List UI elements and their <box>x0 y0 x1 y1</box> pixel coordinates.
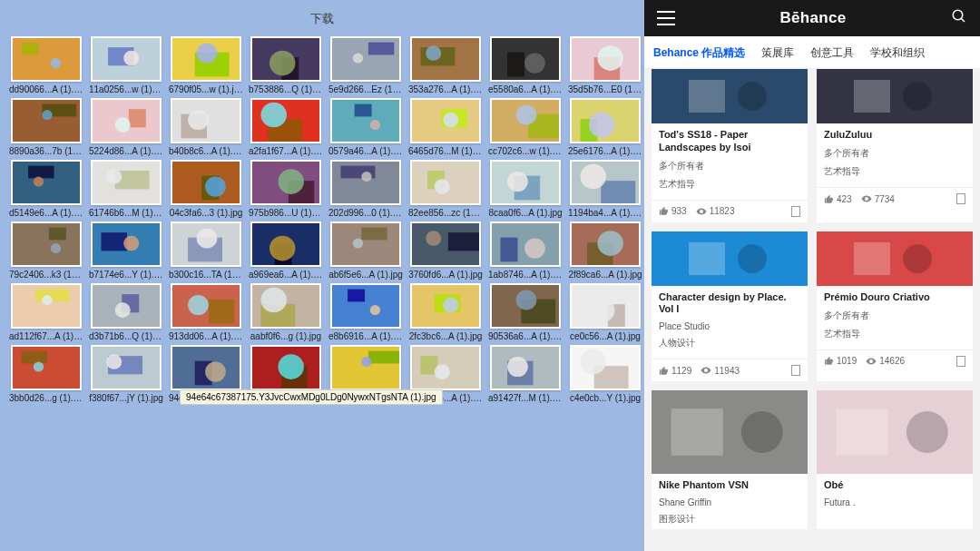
file-item[interactable]: 25e6176...A (1).jpg <box>568 98 642 156</box>
file-item[interactable]: c4e0cb...Y (1).jpg <box>568 345 642 403</box>
file-thumbnail <box>171 160 241 205</box>
bookmark-icon[interactable] <box>956 356 965 367</box>
svg-rect-49 <box>28 166 54 179</box>
project-card[interactable]: Nike Phantom VSNShane Griffin图形设计 <box>652 390 808 529</box>
card-author: 多个所有者 <box>659 160 800 172</box>
file-item[interactable]: e8b6916...A (1).jpg <box>328 283 403 341</box>
file-item[interactable]: 2f89ca6...A (1).jpg <box>568 221 642 280</box>
svg-point-134 <box>361 357 371 367</box>
nav-tab[interactable]: 学校和组织 <box>870 45 925 61</box>
file-item[interactable]: b753886...Q (1).jpg <box>249 36 323 94</box>
file-thumbnail <box>490 36 561 82</box>
svg-point-11 <box>270 51 295 76</box>
behance-feed[interactable]: Tod's SS18 - Paper Landscapes by Isoi多个所… <box>644 69 980 551</box>
svg-point-8 <box>197 44 218 64</box>
file-thumbnail <box>250 345 321 390</box>
file-name: 90536a6...A (1).jpg <box>488 331 563 341</box>
file-thumbnail <box>490 160 561 205</box>
svg-point-95 <box>597 231 622 256</box>
file-item[interactable]: 90536a6...A (1).jpg <box>488 283 563 341</box>
file-name: b753886...Q (1).jpg <box>249 84 323 94</box>
svg-point-151 <box>903 82 932 111</box>
file-name: 975b986...U (1).jpg <box>249 208 323 218</box>
file-item[interactable]: 8caa0f6...A (1).jpg <box>488 160 563 218</box>
card-author: 多个所有者 <box>824 147 965 160</box>
file-item[interactable]: 3bb0d26...g (1).jpg <box>9 345 83 403</box>
bookmark-icon[interactable] <box>791 206 800 217</box>
svg-point-128 <box>205 362 226 382</box>
file-item[interactable]: b300c16...TA (1).jpg <box>169 221 243 280</box>
file-name: 04c3fa6...3 (1).jpg <box>170 208 243 218</box>
search-icon[interactable] <box>951 8 967 28</box>
views-stat: 11943 <box>701 365 740 376</box>
file-item[interactable]: b40b8c6...A (1).jpg <box>169 98 243 156</box>
nav-tab[interactable]: 策展库 <box>761 45 794 61</box>
file-thumbnail <box>490 98 561 143</box>
file-item[interactable]: 913dd06...A (1).jpg <box>169 283 243 341</box>
file-item[interactable]: ab6f5e6...A (1).jpg <box>328 221 403 280</box>
file-item[interactable]: 35d5b76...E0 (1).jpg <box>568 36 642 94</box>
file-item[interactable]: 0579a46...A (1).jpg <box>328 98 403 156</box>
menu-icon[interactable] <box>657 11 675 25</box>
file-item[interactable]: b7174e6...Y (1).jpg <box>89 221 163 280</box>
file-item[interactable]: ad112f67...A (1).jpg <box>9 283 83 341</box>
file-thumbnail <box>330 221 401 267</box>
nav-tab[interactable]: Behance 作品精选 <box>653 45 745 61</box>
svg-point-20 <box>524 54 545 74</box>
svg-point-35 <box>260 103 286 128</box>
svg-rect-70 <box>601 181 635 203</box>
file-item[interactable]: aabf0f6...g (1).jpg <box>249 283 323 341</box>
file-item[interactable]: a969ea6...A (1).jpg <box>249 221 323 280</box>
file-item[interactable]: a91427f...M (1).jpg <box>488 345 563 403</box>
bookmark-icon[interactable] <box>956 193 965 204</box>
file-item[interactable]: 3760fd6...A (1).jpg <box>408 221 483 280</box>
file-item[interactable]: d5149e6...A (1).jpg <box>9 160 83 218</box>
file-item[interactable]: 1ab8746...A (1).jpg <box>488 221 563 280</box>
file-name: b300c16...TA (1).jpg <box>169 270 243 280</box>
file-item[interactable]: 6465d76...M (1).jpg <box>408 98 483 156</box>
bookmark-icon[interactable] <box>791 365 800 376</box>
file-item[interactable]: 04c3fa6...3 (1).jpg <box>169 160 243 218</box>
file-item[interactable]: ce0c56...A (1).jpg <box>568 283 642 341</box>
file-item[interactable]: 353a276...A (1).jpg <box>408 36 483 94</box>
project-card[interactable]: Tod's SS18 - Paper Landscapes by Isoi多个所… <box>652 69 808 222</box>
file-name: d5149e6...A (1).jpg <box>9 208 83 218</box>
file-name: 6790f05...w (1).jpg <box>169 84 243 94</box>
file-name: 2fc3bc6...A (1).jpg <box>409 331 483 341</box>
file-item[interactable]: 2fc3bc6...A (1).jpg <box>408 283 483 341</box>
file-item[interactable]: 1194ba4...A (1).jpg <box>568 160 642 218</box>
card-category: 图形设计 <box>659 513 800 526</box>
file-thumbnail <box>11 36 82 82</box>
file-item[interactable]: 6790f05...w (1).jpg <box>169 36 243 94</box>
file-item[interactable]: 8890a36...7b (1).jpg <box>9 98 83 156</box>
file-thumbnail <box>570 160 641 205</box>
file-item[interactable]: 5e9d266...Ez (1).jpg <box>328 36 403 94</box>
file-item[interactable]: a2fa1f67...A (1).jpg <box>249 98 323 156</box>
svg-point-107 <box>260 288 286 313</box>
file-item[interactable]: e5580a6...A (1).jpg <box>488 36 563 94</box>
project-card[interactable]: Prémio Douro Criativo多个所有者艺术指导101914626 <box>817 231 973 382</box>
file-name: 353a276...A (1).jpg <box>408 84 483 94</box>
file-item[interactable]: 11a0256...w (1).jpg <box>89 36 163 94</box>
file-thumbnail <box>11 345 82 390</box>
file-item[interactable]: 202d996...0 (1).jpg <box>328 160 403 218</box>
file-item[interactable]: d3b71b6...Q (1).jpg <box>89 283 163 341</box>
file-thumbnail <box>171 36 241 82</box>
svg-point-32 <box>188 110 209 130</box>
file-item[interactable]: 61746b6...M (1).jpg <box>89 160 163 218</box>
nav-tab[interactable]: 创意工具 <box>810 45 854 61</box>
file-item[interactable]: 975b986...U (1).jpg <box>249 160 323 218</box>
svg-rect-28 <box>129 109 146 127</box>
file-item[interactable]: cc702c6...w (1).jpg <box>488 98 563 156</box>
project-card[interactable]: Character design by Place. Vol IPlace St… <box>652 231 808 382</box>
project-card[interactable]: ZuluZuluu多个所有者艺术指导4237734 <box>817 69 973 222</box>
file-item[interactable]: f380f67...jY (1).jpg <box>89 345 163 403</box>
file-item[interactable]: 82ee856...zc (1).jpg <box>408 160 483 218</box>
project-card[interactable]: ObéFutura . <box>817 390 973 529</box>
file-item[interactable]: 79c2406...k3 (1).jpg <box>9 221 83 280</box>
svg-point-89 <box>426 231 441 246</box>
card-category: 艺术指导 <box>659 178 800 191</box>
file-item[interactable]: dd90066...A (1).jpg <box>9 36 83 94</box>
file-item[interactable]: 5224d86...A (1).jpg <box>89 98 163 156</box>
file-item[interactable]: 94e64c6...A (1).jpg94e64c67387175.Y3JvcC… <box>169 345 243 403</box>
